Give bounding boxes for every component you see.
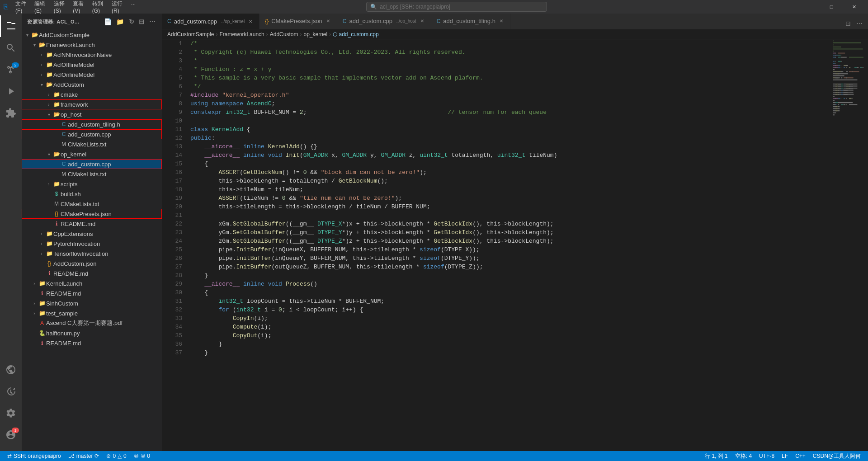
tree-item-ophost[interactable]: ▾ 📂 op_host [22, 109, 162, 119]
refresh-icon[interactable]: ↻ [128, 17, 136, 26]
activity-remote-explorer[interactable] [0, 359, 22, 381]
tab-close-button[interactable]: ✕ [498, 18, 505, 24]
status-branch[interactable]: ⎇ master ⟳ [65, 451, 103, 461]
tabs-actions: ⊡ ⋯ [840, 18, 868, 29]
more-icon[interactable]: ⋯ [148, 17, 157, 26]
tab-addcustom-tiling-h[interactable]: C add_custom_tiling.h ✕ [431, 14, 510, 29]
breadcrumb-addcustomsample[interactable]: AddCustomSample [167, 31, 214, 38]
status-line-ending[interactable]: LF [778, 451, 792, 461]
activity-settings[interactable] [0, 402, 22, 424]
title-search-bar[interactable]: 🔍 [366, 2, 547, 12]
tab-cmakepresets[interactable]: {} CMakePresets.json ✕ [259, 14, 337, 29]
menu-edit[interactable]: 编辑(E) [31, 0, 49, 15]
status-errors[interactable]: ⊘ 0 △ 0 [103, 451, 130, 461]
tree-item-readme-root[interactable]: ℹ README.md [22, 288, 162, 298]
status-line-col-label: 行 1, 列 1 [705, 452, 728, 460]
tree-item-cmakepresets[interactable]: {} CMakePresets.json [22, 209, 162, 219]
tree-item-ascend-pdf[interactable]: A Ascend C大赛第一期赛题.pdf [22, 318, 162, 328]
breadcrumb-addcustom[interactable]: AddCustom [270, 31, 298, 38]
collapse-icon[interactable]: ⊟ [138, 17, 146, 26]
code-token [190, 306, 218, 314]
tree-item-scripts[interactable]: › 📁 scripts [22, 179, 162, 189]
menu-more[interactable]: ... [127, 0, 139, 15]
line-number: 21 [162, 211, 182, 220]
tree-item-addcustom-json[interactable]: {} AddCustom.json [22, 259, 162, 268]
tree-item-readme-addcustomsample[interactable]: ℹ README.md [22, 338, 162, 348]
activity-extensions[interactable] [0, 102, 22, 124]
line-number: 2 [162, 48, 182, 56]
tree-item-readme-addcustom[interactable]: ℹ README.md [22, 219, 162, 229]
tree-item-cppextensions[interactable]: › 📁 CppExtensions [22, 229, 162, 239]
split-editor-icon[interactable]: ⊡ [844, 18, 853, 29]
folder-open-icon: 📂 [45, 81, 53, 88]
tree-item-aclonlinemodel[interactable]: › 📁 AclOnlineModel [22, 70, 162, 80]
new-file-icon[interactable]: 📄 [103, 17, 113, 26]
breadcrumb-file[interactable]: ⬡ add_custom.cpp [333, 31, 378, 38]
tree-label: README.md [46, 340, 81, 347]
code-token: pipe. [190, 254, 236, 263]
tab-label: add_custom.cpp [174, 18, 217, 25]
tree-item-addcustom[interactable]: ▾ 📂 AddCustom [22, 80, 162, 89]
activity-explorer[interactable] [0, 15, 22, 37]
tree-item-cmakelists-ophost[interactable]: M CMakeLists.txt [22, 139, 162, 149]
activity-run[interactable] [0, 80, 22, 102]
title-search-input[interactable] [380, 4, 543, 10]
maximize-button[interactable]: □ [821, 0, 842, 14]
code-content[interactable]: /* * Copyright (c) Huawei Technologies C… [187, 39, 832, 451]
tab-close-button[interactable]: ✕ [325, 18, 331, 24]
status-encoding[interactable]: UTF-8 [755, 451, 778, 461]
tree-arrow: › [38, 62, 45, 67]
tree-item-cmakelists-addcustom[interactable]: M CMakeLists.txt [22, 199, 162, 209]
minimize-button[interactable]: ─ [798, 0, 819, 14]
tree-item-framework[interactable]: › 📁 framework [22, 99, 162, 109]
status-line-col[interactable]: 行 1, 列 1 [701, 451, 731, 461]
status-remote[interactable]: ⇄ SSH: orangepiaipro [4, 451, 65, 461]
code-token: for [218, 306, 229, 314]
tree-item-frameworklaunch[interactable]: ▾ 📂 FrameworkLaunch [22, 40, 162, 50]
breadcrumb-opkernel[interactable]: op_kernel [303, 31, 327, 38]
tree-item-buildsh[interactable]: $ build.sh [22, 189, 162, 199]
activity-search[interactable] [0, 37, 22, 59]
tree-item-cmakelists-opkernel[interactable]: M CMakeLists.txt [22, 169, 162, 179]
status-spaces[interactable]: 空格: 4 [731, 451, 755, 461]
tree-item-addcustom-cpp-host[interactable]: C add_custom.cpp [22, 129, 162, 139]
code-line: { [190, 160, 832, 168]
tab-close-button[interactable]: ✕ [419, 18, 425, 24]
line-number: 34 [162, 323, 182, 331]
activity-timeline[interactable] [0, 381, 22, 402]
tree-label: add_custom.cpp [68, 131, 111, 138]
tab-addcustom-cpp-host[interactable]: C add_custom.cpp ../op_host ✕ [337, 14, 431, 29]
tree-item-addcustomsample[interactable]: ▾ 📂 AddCustomSample [22, 30, 162, 40]
tree-item-readme-frameworklaunch[interactable]: ℹ README.md [22, 268, 162, 278]
tree-item-testsample[interactable]: › 📁 test_sample [22, 308, 162, 318]
new-folder-icon[interactable]: 📁 [115, 17, 125, 26]
tree-item-sinhcustom[interactable]: › 📁 SinhCustom [22, 298, 162, 308]
tree-label: framework [61, 101, 88, 108]
activity-account[interactable]: 1 [0, 424, 22, 446]
menu-file[interactable]: 文件(F) [12, 0, 30, 15]
status-language[interactable]: C++ [792, 451, 809, 461]
tree-item-opkernel[interactable]: ▾ 📂 op_kernel [22, 149, 162, 159]
more-tabs-icon[interactable]: ⋯ [854, 18, 864, 29]
tree-item-kernellaunch[interactable]: › 📁 KernelLaunch [22, 278, 162, 288]
activity-source-control[interactable]: 2 [0, 59, 22, 80]
breadcrumb-frameworklaunch[interactable]: FrameworkLaunch [219, 31, 264, 38]
menu-select[interactable]: 选择(S) [50, 0, 69, 15]
line-number: 28 [162, 271, 182, 280]
tree-item-addcustom-tiling-h[interactable]: C add_custom_tiling.h [22, 119, 162, 129]
menu-goto[interactable]: 转到(G) [89, 0, 107, 15]
tab-addcustom-cpp-kernel[interactable]: C add_custom.cpp ../op_kernel ✕ [162, 14, 259, 29]
close-button[interactable]: ✕ [844, 0, 864, 14]
tree-item-addcustom-cpp-kernel[interactable]: C add_custom.cpp [22, 159, 162, 169]
tree-item-cmake[interactable]: › 📁 cmake [22, 89, 162, 99]
tree-item-tensorlfowinvocation[interactable]: › 📁 TensorflowInvocation [22, 249, 162, 259]
tab-close-button[interactable]: ✕ [247, 19, 254, 24]
menu-view[interactable]: 查看(V) [69, 0, 88, 15]
status-ports[interactable]: ⑩ ⑩ 0 [130, 451, 154, 461]
tree-item-aclnninvocationnaive[interactable]: › 📁 AclNNInvocationNaive [22, 50, 162, 60]
tree-item-halftonumpy[interactable]: 🐍 halftonum.py [22, 328, 162, 338]
menu-run[interactable]: 运行(R) [108, 0, 127, 15]
code-line: } [190, 340, 832, 348]
tree-item-aclofflinemodel[interactable]: › 📁 AclOfflineModel [22, 60, 162, 70]
tree-item-pytorchinvocation[interactable]: › 📁 PytorchInvocation [22, 239, 162, 249]
